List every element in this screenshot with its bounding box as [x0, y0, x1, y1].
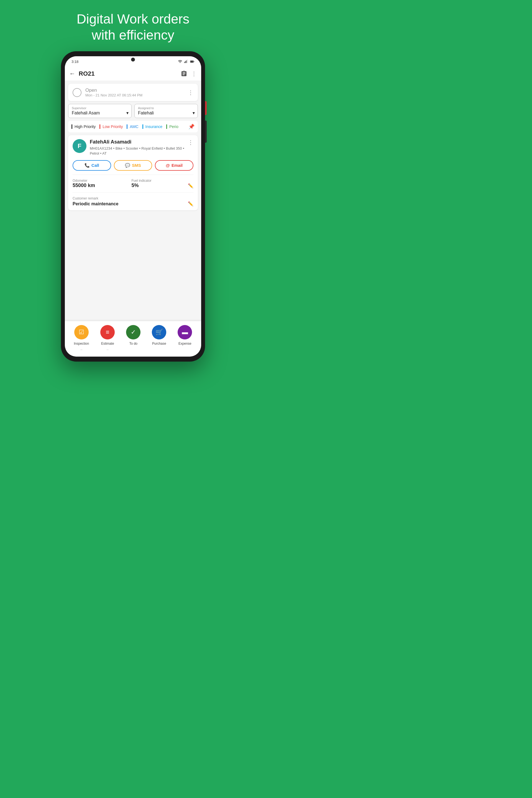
- customer-left: F FatehAli Asamadi MH01AX1234 • Bike • S…: [73, 139, 188, 156]
- nav-inspection-sub: --: [80, 348, 82, 351]
- sms-icon: 💬: [125, 163, 130, 168]
- odometer-value: 55000 km: [73, 183, 95, 188]
- action-buttons: 📞 Call 💬 SMS @ Email: [73, 160, 193, 171]
- nav-estimate-sub: --: [107, 348, 109, 351]
- nav-inspection-label: Inspection: [74, 342, 89, 345]
- fuel-group: Fuel indicator 5%: [132, 179, 152, 188]
- email-button[interactable]: @ Email: [155, 160, 193, 171]
- hero-title: Digital Work orders with efficiency: [54, 11, 211, 43]
- status-title: Open: [86, 88, 142, 93]
- supervisor-value: Fatehali Asam ▾: [72, 110, 129, 116]
- odometer-row: Odometer 55000 km Fuel indicator 5% ✏️: [73, 174, 193, 188]
- priority-tab-perio[interactable]: Perio: [166, 125, 178, 129]
- nav-expense[interactable]: ▬ Expense: [177, 325, 192, 351]
- status-icons: [178, 59, 194, 64]
- supervisor-label: Supervisor: [72, 107, 129, 110]
- svg-rect-6: [191, 61, 193, 62]
- priority-tabs: High Priority Low Priority AMC Insurance…: [68, 121, 198, 132]
- call-button[interactable]: 📞 Call: [73, 160, 111, 171]
- remark-label: Customer remark: [73, 196, 118, 200]
- customer-info: FatehAli Asamadi MH01AX1234 • Bike • Sco…: [90, 139, 188, 156]
- camera-dot: [131, 58, 135, 61]
- priority-tab-high[interactable]: High Priority: [72, 125, 96, 129]
- inspection-icon: ☑: [74, 325, 89, 339]
- remark-group: Customer remark Periodic maintenance: [73, 196, 118, 206]
- nav-inspection[interactable]: ☑ Inspection --: [74, 325, 89, 351]
- assigned-to-dropdown[interactable]: Assigned to Fatehali ▾: [134, 104, 198, 118]
- customer-more-button[interactable]: ⋮: [188, 139, 193, 146]
- nav-purchase-label: Purchase: [152, 342, 166, 345]
- phone-mockup: 3:18 ← RO21: [61, 51, 205, 362]
- status-left: Open Mon - 21 Nov 2022 AT 06:15:44 PM: [73, 88, 142, 97]
- supervisor-chevron: ▾: [126, 110, 129, 116]
- dropdowns-row: Supervisor Fatehali Asam ▾ Assigned to F…: [68, 104, 198, 118]
- fuel-value: 5%: [132, 183, 152, 188]
- odometer-label: Odometer: [73, 179, 95, 183]
- page-title: RO21: [79, 70, 94, 77]
- bottom-nav: ☑ Inspection -- ≡ Estimate -- ✓ To do: [65, 321, 201, 357]
- nav-estimate[interactable]: ≡ Estimate --: [100, 325, 115, 351]
- assigned-label: Assigned to: [138, 107, 195, 110]
- svg-rect-5: [194, 61, 194, 62]
- call-icon: 📞: [84, 163, 90, 168]
- svg-rect-3: [187, 60, 188, 63]
- priority-tab-amc[interactable]: AMC: [127, 125, 138, 129]
- assigned-chevron: ▾: [193, 110, 195, 116]
- svg-rect-1: [185, 61, 186, 63]
- side-button-dark: [205, 120, 207, 143]
- status-time: 3:18: [72, 60, 78, 64]
- app-header: ← RO21 ⋮: [65, 67, 201, 81]
- estimate-icon: ≡: [100, 325, 115, 339]
- email-icon: @: [166, 163, 170, 168]
- wifi-icon: [178, 59, 182, 64]
- battery-icon: [190, 59, 194, 64]
- more-menu-button[interactable]: ⋮: [191, 70, 197, 77]
- customer-header: F FatehAli Asamadi MH01AX1234 • Bike • S…: [73, 139, 193, 156]
- remark-edit-button[interactable]: ✏️: [188, 201, 193, 206]
- nav-purchase[interactable]: 🛒 Purchase: [152, 325, 166, 351]
- phone-screen: 3:18 ← RO21: [65, 56, 201, 357]
- customer-card: F FatehAli Asamadi MH01AX1234 • Bike • S…: [68, 135, 198, 210]
- odometer-group: Odometer 55000 km: [73, 179, 95, 188]
- clipboard-icon[interactable]: [180, 70, 187, 77]
- nav-todo[interactable]: ✓ To do: [126, 325, 140, 351]
- nav-expense-label: Expense: [178, 342, 191, 345]
- svg-rect-0: [184, 62, 185, 63]
- pin-icon[interactable]: 📌: [188, 124, 194, 130]
- purchase-icon: 🛒: [152, 325, 166, 339]
- expense-icon: ▬: [177, 325, 192, 339]
- odometer-edit-button[interactable]: ✏️: [188, 183, 193, 188]
- signal-icon: [184, 59, 188, 64]
- status-card: Open Mon - 21 Nov 2022 AT 06:15:44 PM ⋮: [68, 84, 198, 101]
- screen-content: ← RO21 ⋮ Open: [65, 67, 201, 357]
- svg-rect-2: [186, 60, 187, 63]
- sms-button[interactable]: 💬 SMS: [114, 160, 152, 171]
- status-date: Mon - 21 Nov 2022 AT 06:15:44 PM: [86, 93, 142, 97]
- phone-frame: 3:18 ← RO21: [61, 51, 205, 362]
- customer-details: MH01AX1234 • Bike • Scooter • Royal Enfi…: [90, 146, 188, 156]
- customer-name: FatehAli Asamadi: [90, 139, 188, 145]
- status-more-button[interactable]: ⋮: [188, 89, 193, 96]
- supervisor-dropdown[interactable]: Supervisor Fatehali Asam ▾: [68, 104, 132, 118]
- header-left: ← RO21: [69, 70, 94, 77]
- todo-icon: ✓: [126, 325, 140, 339]
- back-button[interactable]: ←: [69, 70, 75, 77]
- avatar: F: [73, 139, 87, 153]
- header-icons: ⋮: [180, 70, 197, 77]
- fuel-label: Fuel indicator: [132, 179, 152, 183]
- status-circle: [73, 88, 81, 97]
- nav-estimate-label: Estimate: [101, 342, 114, 345]
- remark-value: Periodic maintenance: [73, 202, 118, 206]
- status-info: Open Mon - 21 Nov 2022 AT 06:15:44 PM: [86, 88, 142, 97]
- remark-row: Customer remark Periodic maintenance ✏️: [73, 192, 193, 206]
- nav-todo-label: To do: [129, 342, 137, 345]
- priority-tab-low[interactable]: Low Priority: [99, 125, 123, 129]
- priority-tab-insurance[interactable]: Insurance: [142, 125, 163, 129]
- assigned-value: Fatehali ▾: [138, 110, 195, 116]
- side-button-red: [205, 101, 207, 115]
